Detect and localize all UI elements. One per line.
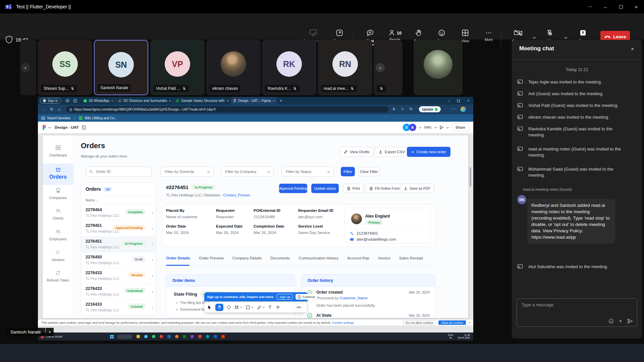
order-row[interactable]: 2276450TL Flex Holdings LLC Draft › — [81, 252, 156, 268]
participant-tile[interactable]: vikram chavan — [206, 40, 261, 95]
search-pill[interactable] — [117, 335, 132, 339]
allow-cookies-button[interactable]: Allow all cookies — [438, 320, 466, 325]
cookie-close-icon[interactable]: × — [469, 321, 470, 324]
mic-options-chevron-icon[interactable] — [565, 36, 567, 39]
back-icon[interactable]: ← — [41, 107, 45, 112]
sidebar-item-employees[interactable]: Employees — [43, 229, 73, 241]
taskbar-app-icon[interactable] — [221, 335, 225, 338]
address-bar[interactable]: https://www.figma.com/design/9BKQ0FOHRWa… — [66, 106, 389, 113]
filter-button[interactable]: Filter — [341, 167, 355, 176]
home-icon[interactable]: ⌂ — [58, 107, 60, 112]
contact-phone[interactable]: 2123874901 — [357, 231, 378, 235]
tab-documents[interactable]: Documents — [270, 256, 290, 260]
chat-close-icon[interactable]: × — [631, 46, 634, 52]
new-tab-button[interactable]: + — [280, 98, 282, 103]
chat-message-input[interactable]: + — [517, 298, 637, 327]
window-minimize-button[interactable]: – — [598, 0, 613, 13]
taskbar-app-icon[interactable] — [198, 335, 202, 338]
order-id-search[interactable] — [86, 167, 152, 177]
browser-tab[interactable]: Sample Salary Structure with calc × — [173, 97, 231, 105]
cookie-settings-link[interactable]: Cookies settings — [332, 321, 354, 324]
tab-actions-icon[interactable] — [73, 99, 77, 103]
component-tool-icon[interactable] — [276, 305, 280, 309]
message-input-field[interactable] — [521, 302, 632, 308]
tab-communication-history[interactable]: Communication History — [299, 256, 338, 260]
text-tool-icon[interactable] — [268, 305, 272, 309]
approval-pending-button[interactable]: Approval Pending — [279, 184, 307, 193]
frame-tool[interactable] — [234, 305, 242, 309]
sidebar-item-companies[interactable]: Companies — [43, 187, 73, 200]
google-continue-button[interactable]: Continue — [296, 294, 317, 300]
edge-close-icon[interactable]: × — [467, 99, 469, 103]
camera-options-chevron-icon[interactable] — [533, 36, 536, 39]
taskbar-app-icon[interactable] — [214, 335, 217, 338]
spotlight-tile[interactable] — [414, 40, 463, 95]
tab-close-icon[interactable]: × — [169, 99, 171, 103]
taskbar-app-icon[interactable] — [167, 335, 171, 338]
order-row-selected[interactable]: 2276451TL Flex Holdings LLC In Progress … — [81, 237, 156, 252]
order-row[interactable]: 2279454TL Flex Holdings LLC Complete › — [81, 205, 156, 221]
edge-menu-icon[interactable]: ⋯ — [451, 107, 455, 111]
layout-icon[interactable] — [82, 125, 86, 130]
participant-tile[interactable]: RK Ravindra K... — [262, 40, 316, 95]
contact-email[interactable]: alex@vstatefilings.com — [357, 237, 396, 241]
collections-icon[interactable]: ↻ — [410, 107, 413, 111]
shape-tool-icon[interactable] — [227, 305, 231, 309]
browser-tab[interactable]: DC Divisions and Surroundings × — [116, 97, 173, 105]
order-row[interactable]: 2276433TL Flex Holdings LLC Review › — [81, 268, 156, 284]
browser-tab[interactable]: (6) WhatsApp × — [81, 97, 115, 105]
canvas-scrollbar[interactable] — [470, 167, 471, 187]
update-status-button[interactable]: Update status — [311, 184, 339, 193]
contact-person-link[interactable]: Contact_Person. — [223, 193, 251, 197]
shared-clock[interactable]: 11:3808-04-2025 — [458, 334, 470, 339]
tab-close-icon[interactable]: × — [227, 99, 228, 103]
edge-minimize-icon[interactable]: – — [448, 99, 450, 103]
send-icon[interactable] — [627, 318, 633, 324]
edge-profile-avatar[interactable] — [461, 107, 466, 112]
tab-order-preview[interactable]: Order Preview — [199, 256, 224, 260]
tab-account-rep[interactable]: Account Rep — [347, 256, 369, 260]
tab-close-icon[interactable]: × — [273, 99, 275, 103]
order-row[interactable]: 2216433TL Flex Holdings LLC Created › — [81, 300, 156, 315]
favorite-star-icon[interactable]: ☆ — [401, 107, 404, 111]
browser-tab-active[interactable]: Design - UAT – Figma × — [231, 97, 277, 105]
import-favorites-link[interactable]: Import favorites — [47, 116, 70, 120]
sidebar-item-refresh-token[interactable]: Refresh Token — [43, 270, 73, 282]
window-more-button[interactable]: ⋯ — [582, 0, 598, 13]
hand-tool-icon-active[interactable] — [215, 304, 223, 311]
sidebar-item-vendors[interactable]: Vendors — [43, 250, 73, 262]
start-icon[interactable] — [110, 335, 114, 339]
sidebar-item-dashboard[interactable]: Dashboard — [43, 145, 73, 157]
present-icon[interactable] — [440, 125, 443, 129]
save-as-pdf-button[interactable]: Save as PDF — [400, 184, 434, 193]
taskbar-app-icon[interactable] — [206, 335, 209, 338]
tab-company-details[interactable]: Company Details — [232, 256, 262, 260]
create-new-order-button[interactable]: + Create new order — [407, 147, 450, 157]
edge-signin-button[interactable]: Sign in — [40, 98, 61, 104]
participant-tile[interactable]: SS Shivani Sup... — [38, 40, 92, 95]
fill-online-form-button[interactable]: Fill Online Form — [366, 184, 404, 193]
taskbar-app-icon[interactable] — [191, 335, 194, 338]
order-row[interactable]: 2279451TL Flex Holdings LLC Approval Pen… — [81, 221, 156, 237]
edge-update-button[interactable]: Update — [419, 106, 441, 112]
view-drafts-button[interactable]: View Drafts — [339, 147, 374, 157]
scroll-right-button[interactable]: › — [376, 63, 385, 72]
dev-mode-toggle[interactable]: </> — [294, 303, 304, 311]
taskbar-app-icon[interactable] — [137, 335, 140, 338]
window-maximize-button[interactable] — [613, 0, 629, 13]
participant-tile-active-speaker[interactable]: SN Santosh Narate — [94, 40, 148, 95]
figma-doc-title[interactable]: Design - UAT — [55, 125, 78, 129]
print-button[interactable]: Print — [343, 184, 364, 193]
participant-tile[interactable]: VP Vishal Patil ... — [150, 40, 205, 95]
read-aloud-icon[interactable]: A — [393, 107, 395, 111]
figma-logo-icon[interactable] — [43, 125, 46, 130]
clear-filter-button[interactable]: Clear Filter — [358, 167, 380, 176]
tab-sales-receipt[interactable]: Sales Receipt — [399, 256, 423, 260]
filter-domicile-dropdown[interactable]: Filter by Domicile — [161, 167, 214, 177]
taskbar-app-icon[interactable] — [152, 335, 155, 338]
tab-order-details[interactable]: Order Details — [166, 256, 190, 260]
taskbar-app-icon[interactable] — [144, 335, 148, 338]
filter-status-dropdown[interactable]: Filter by Status — [282, 167, 334, 177]
refresh-icon[interactable]: ↻ — [50, 107, 53, 112]
customer-name-link[interactable]: Customer_Name — [340, 296, 368, 300]
